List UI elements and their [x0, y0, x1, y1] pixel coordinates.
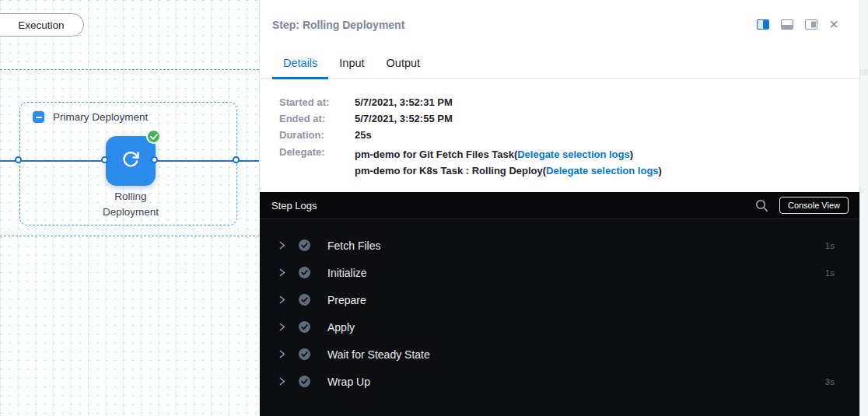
log-row-wait-for-steady-state[interactable]: Wait for Steady State — [260, 341, 860, 368]
delegate-line: pm-demo for Git Fetch Files Task(Delegat… — [355, 146, 662, 163]
success-check-icon — [299, 348, 310, 360]
search-icon[interactable] — [755, 199, 768, 212]
delegate-text: pm-demo for K8s Task : Rolling Deploy( — [355, 165, 546, 177]
chevron-right-icon[interactable] — [278, 349, 286, 359]
execution-tab[interactable]: Execution — [0, 13, 84, 37]
tab-output[interactable]: Output — [376, 50, 432, 79]
chevron-right-icon[interactable] — [278, 295, 286, 305]
rolling-deployment-node[interactable] — [106, 136, 156, 186]
refresh-icon — [121, 150, 140, 172]
log-step-duration: 1s — [825, 241, 835, 250]
close-icon[interactable]: × — [829, 19, 838, 30]
execution-graph-canvas[interactable]: Execution Primary Deployment Rolling — [0, 0, 259, 416]
console-view-button[interactable]: Console View — [779, 197, 849, 214]
duration-label: Duration: — [279, 129, 355, 142]
ended-at-value: 5/7/2021, 3:52:55 PM — [355, 113, 453, 125]
chevron-right-icon[interactable] — [278, 322, 286, 332]
step-logs-console: Step Logs Console View Fetch Files 1s — [260, 192, 860, 416]
delegate-label: Delegate: — [279, 146, 355, 179]
ended-at-row: Ended at: 5/7/2021, 3:52:55 PM — [279, 113, 662, 125]
link-point-group-left[interactable] — [15, 156, 22, 163]
delegate-selection-logs-link[interactable]: Delegate selection logs — [546, 165, 659, 177]
tab-input[interactable]: Input — [328, 50, 375, 79]
log-step-duration: 3s — [825, 377, 835, 386]
step-details: Started at: 5/7/2021, 3:52:31 PM Ended a… — [279, 96, 662, 183]
node-success-badge-icon — [146, 129, 161, 144]
chevron-right-icon[interactable] — [278, 240, 286, 250]
link-point-group-right[interactable] — [233, 156, 240, 163]
group-header: Primary Deployment — [33, 111, 148, 123]
log-step-duration: 1s — [825, 268, 835, 278]
success-check-icon — [299, 376, 310, 387]
collapsed-side-strip[interactable] — [859, 0, 868, 416]
collapse-group-icon[interactable] — [33, 111, 44, 123]
started-at-row: Started at: 5/7/2021, 3:52:31 PM — [279, 96, 662, 109]
strip-divider — [860, 69, 868, 75]
duration-row: Duration: 25s — [279, 129, 662, 142]
delegate-suffix: ) — [659, 165, 662, 177]
chevron-right-icon[interactable] — [278, 376, 286, 386]
stage-region-divider-top — [0, 69, 259, 70]
delegate-suffix: ) — [630, 149, 633, 160]
delegate-text: pm-demo for Git Fetch Files Task( — [355, 149, 517, 160]
panel-tabs: Details Input Output — [260, 50, 859, 79]
log-row-prepare[interactable]: Prepare — [260, 286, 860, 313]
node-label: Rolling Deployment — [75, 189, 187, 220]
step-details-panel: Step: Rolling Deployment × — [259, 0, 859, 416]
log-row-apply[interactable]: Apply — [260, 313, 860, 341]
split-view-bottom-icon[interactable] — [781, 19, 793, 30]
success-check-icon — [299, 267, 310, 278]
started-at-value: 5/7/2021, 3:52:31 PM — [355, 96, 453, 109]
step-logs-title: Step Logs — [271, 200, 317, 211]
log-step-label: Fetch Files — [327, 239, 380, 252]
panel-window-controls: × — [757, 19, 838, 30]
success-check-icon — [299, 321, 310, 333]
group-label: Primary Deployment — [53, 111, 148, 123]
overlay-view-icon[interactable] — [805, 19, 817, 30]
panel-title: Step: Rolling Deployment — [272, 19, 404, 31]
started-at-label: Started at: — [279, 96, 355, 109]
log-step-label: Apply — [327, 321, 355, 334]
delegate-values: pm-demo for Git Fetch Files Task(Delegat… — [355, 146, 662, 179]
log-step-label: Wrap Up — [327, 376, 370, 388]
delegate-row: Delegate: pm-demo for Git Fetch Files Ta… — [279, 146, 662, 179]
pipeline-execution-screen: Execution Primary Deployment Rolling — [0, 0, 868, 416]
chevron-right-icon[interactable] — [278, 267, 286, 278]
delegate-line: pm-demo for K8s Task : Rolling Deploy(De… — [355, 163, 662, 179]
delegate-selection-logs-link[interactable]: Delegate selection logs — [517, 149, 630, 160]
log-row-wrap-up[interactable]: Wrap Up 3s — [260, 368, 860, 395]
log-step-label: Initialize — [327, 267, 367, 279]
log-step-label: Prepare — [327, 294, 366, 306]
stage-region-divider-bottom — [0, 236, 259, 236]
log-row-fetch-files[interactable]: Fetch Files 1s — [260, 232, 860, 259]
link-point-node-left[interactable] — [101, 156, 108, 163]
log-step-label: Wait for Steady State — [327, 348, 430, 361]
link-point-node-right[interactable] — [151, 156, 158, 163]
step-logs-header: Step Logs Console View — [260, 192, 860, 219]
log-row-initialize[interactable]: Initialize 1s — [260, 259, 860, 286]
success-check-icon — [299, 239, 310, 251]
split-view-right-icon[interactable] — [757, 19, 769, 30]
tab-details[interactable]: Details — [272, 50, 328, 79]
success-check-icon — [299, 294, 310, 306]
step-logs-list: Fetch Files 1s Initialize 1s Prepare — [260, 219, 860, 395]
duration-value: 25s — [355, 129, 372, 142]
ended-at-label: Ended at: — [279, 113, 355, 125]
